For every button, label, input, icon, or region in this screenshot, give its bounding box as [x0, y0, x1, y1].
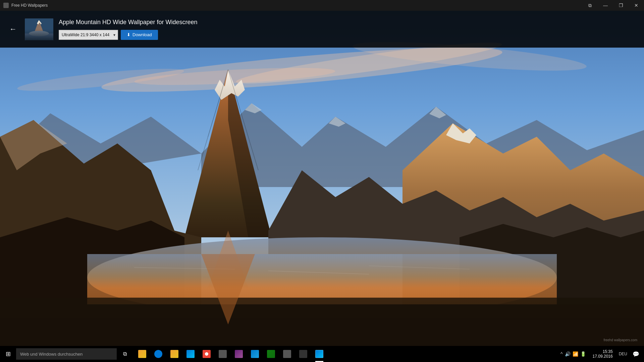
title-area: Apple Mountain HD Wide Wallpaper for Wid…: [59, 18, 637, 40]
svg-rect-31: [0, 298, 644, 318]
taskbar-app-misc1[interactable]: [279, 346, 295, 362]
tray-expand[interactable]: ^: [560, 351, 563, 357]
download-icon: ⬇: [127, 32, 130, 37]
close-button[interactable]: ✕: [629, 0, 644, 11]
clock-area[interactable]: 15:35 17.09.2016: [590, 349, 615, 359]
svg-rect-36: [25, 34, 53, 40]
resolution-wrapper: UltraWide 21:9 3440 x 1444K 3840 x 2160F…: [59, 30, 118, 40]
snap-button[interactable]: ⧉: [582, 0, 598, 11]
taskbar-app-opera[interactable]: [215, 346, 231, 362]
taskbar-app-calc[interactable]: [263, 346, 279, 362]
clock-time: 15:35: [603, 349, 613, 354]
app-header: ← Apple Mountain HD Wide Wallpaper for W…: [0, 11, 644, 48]
taskbar-app-cmd[interactable]: [295, 346, 311, 362]
taskbar-app-store[interactable]: [182, 346, 199, 362]
window-controls: ⧉ — ❐ ✕: [582, 0, 644, 11]
taskbar-apps: [134, 346, 327, 362]
titlebar-left: Free HD Wallpapers: [0, 3, 48, 8]
back-button[interactable]: ←: [7, 23, 19, 36]
watermark: freehd wallpapers.com: [603, 338, 637, 342]
taskbar-right: ^ 🔊 📶 🔋 15:35 17.09.2016 DEU 💬: [558, 346, 644, 362]
tray-network[interactable]: 📶: [573, 351, 578, 357]
taskbar-app-vs[interactable]: [247, 346, 263, 362]
thumbnail-image: [25, 18, 53, 40]
task-view-button[interactable]: ⧉: [117, 346, 133, 362]
taskbar-app-folder[interactable]: [166, 346, 182, 362]
notification-button[interactable]: 💬: [631, 346, 641, 362]
clock-date: 17.09.2016: [593, 354, 613, 359]
taskbar-app-explorer[interactable]: [134, 346, 150, 362]
tray-battery[interactable]: 🔋: [580, 351, 586, 357]
mountain-scene: [0, 11, 644, 346]
wallpaper-title: Apple Mountain HD Wide Wallpaper for Wid…: [59, 18, 637, 26]
start-button[interactable]: ⊞: [0, 346, 16, 362]
tray-speaker[interactable]: 🔊: [565, 351, 571, 357]
download-button[interactable]: ⬇ Download: [121, 30, 158, 40]
minimize-button[interactable]: —: [598, 0, 613, 11]
svg-point-37: [29, 31, 49, 36]
title-bar: Free HD Wallpapers ⧉ — ❐ ✕: [0, 0, 644, 11]
app-title: Free HD Wallpapers: [11, 3, 48, 8]
restore-button[interactable]: ❐: [613, 0, 629, 11]
resolution-select[interactable]: UltraWide 21:9 3440 x 1444K 3840 x 2160F…: [59, 30, 118, 40]
taskbar-app-vscode[interactable]: [231, 346, 247, 362]
taskbar-app-chrome[interactable]: [199, 346, 215, 362]
taskbar-app-wallpaper[interactable]: [311, 346, 327, 362]
language-button[interactable]: DEU: [617, 352, 629, 356]
taskbar: ⊞ ⧉ ^ 🔊 📶 🔋 15:35 17.09.2016 DEU 💬: [0, 346, 644, 362]
taskbar-app-edge[interactable]: [150, 346, 166, 362]
search-input[interactable]: [16, 348, 117, 360]
app-icon: [3, 3, 9, 8]
system-tray: ^ 🔊 📶 🔋: [558, 346, 589, 362]
controls-row: UltraWide 21:9 3440 x 1444K 3840 x 2160F…: [59, 30, 637, 40]
wallpaper-display: [0, 11, 644, 346]
download-label: Download: [132, 32, 152, 37]
